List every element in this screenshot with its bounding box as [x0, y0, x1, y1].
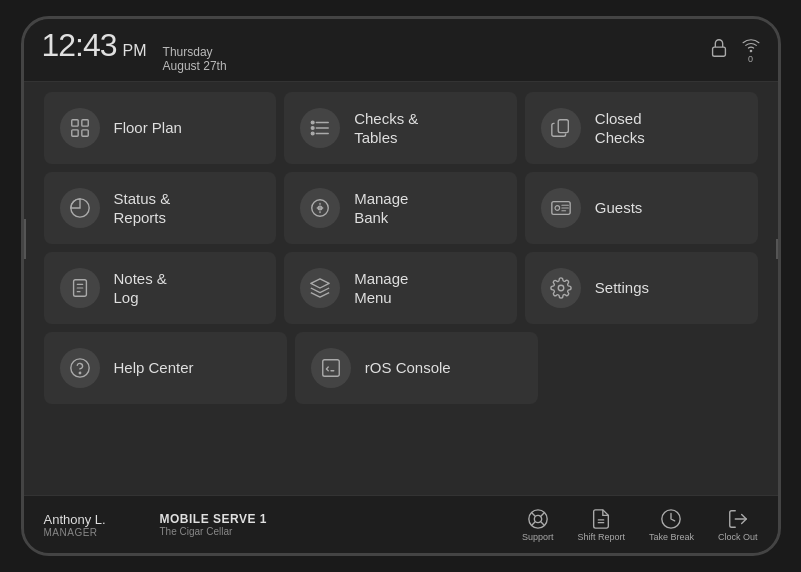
empty-tile-spacer — [546, 332, 757, 404]
action-take-break[interactable]: Take Break — [649, 508, 694, 542]
help-center-icon — [60, 348, 100, 388]
svg-point-11 — [311, 132, 314, 135]
clock-ampm: PM — [123, 42, 147, 60]
wifi-number: 0 — [748, 54, 753, 64]
side-button-right — [776, 239, 781, 259]
settings-label: Settings — [595, 278, 649, 298]
take-break-label: Take Break — [649, 532, 694, 542]
action-clock-out[interactable]: Clock Out — [718, 508, 758, 542]
svg-point-24 — [558, 285, 564, 291]
footer: Anthony L. MANAGER MOBILE SERVE 1 The Ci… — [24, 495, 778, 553]
ros-console-label: rOS Console — [365, 358, 451, 378]
manage-bank-label: ManageBank — [354, 189, 408, 228]
notes-log-label: Notes &Log — [114, 269, 167, 308]
tile-ros-console[interactable]: rOS Console — [295, 332, 538, 404]
guests-icon — [541, 188, 581, 228]
status-reports-icon — [60, 188, 100, 228]
ros-console-icon — [311, 348, 351, 388]
tile-row-3: Notes &Log ManageMenu — [44, 252, 758, 324]
svg-point-26 — [79, 372, 80, 373]
checks-tables-label: Checks &Tables — [354, 109, 418, 148]
user-role: MANAGER — [44, 527, 144, 538]
station-name: MOBILE SERVE 1 — [160, 512, 280, 526]
user-name: Anthony L. — [44, 512, 144, 527]
notes-log-icon — [60, 268, 100, 308]
action-support[interactable]: Support — [522, 508, 554, 542]
tile-settings[interactable]: Settings — [525, 252, 758, 324]
action-shift-report[interactable]: Shift Report — [577, 508, 625, 542]
wifi-block: 0 — [742, 36, 760, 64]
station-location: The Cigar Cellar — [160, 526, 280, 537]
side-button-left — [21, 219, 26, 259]
manage-menu-label: ManageMenu — [354, 269, 408, 308]
tile-guests[interactable]: Guests — [525, 172, 758, 244]
device-frame: 12:43 PM Thursday August 27th — [21, 16, 781, 556]
svg-rect-2 — [71, 120, 77, 126]
clock-time: 12:43 — [42, 27, 117, 64]
svg-line-32 — [540, 521, 544, 525]
svg-rect-3 — [81, 120, 87, 126]
svg-rect-12 — [558, 120, 568, 133]
manage-menu-icon — [300, 268, 340, 308]
help-center-label: Help Center — [114, 358, 194, 378]
tile-row-1: Floor Plan Checks &Tables — [44, 92, 758, 164]
svg-line-31 — [531, 512, 535, 516]
tile-status-reports[interactable]: Status &Reports — [44, 172, 277, 244]
footer-actions: Support Shift Report Take Break — [522, 508, 758, 542]
svg-point-10 — [311, 127, 314, 130]
main-content: Floor Plan Checks &Tables — [24, 82, 778, 495]
tile-checks-tables[interactable]: Checks &Tables — [284, 92, 517, 164]
svg-line-33 — [540, 512, 544, 516]
svg-point-16 — [555, 206, 560, 211]
status-reports-label: Status &Reports — [114, 189, 171, 228]
svg-rect-4 — [71, 130, 77, 136]
clock-out-label: Clock Out — [718, 532, 758, 542]
svg-rect-5 — [81, 130, 87, 136]
lock-icon[interactable] — [708, 37, 730, 64]
floor-plan-icon — [60, 108, 100, 148]
shift-report-label: Shift Report — [577, 532, 625, 542]
closed-checks-icon — [541, 108, 581, 148]
svg-point-30 — [534, 515, 541, 522]
closed-checks-label: ClosedChecks — [595, 109, 645, 148]
footer-user: Anthony L. MANAGER — [44, 512, 144, 538]
date-full: August 27th — [163, 59, 227, 73]
svg-line-34 — [531, 521, 535, 525]
tile-manage-menu[interactable]: ManageMenu — [284, 252, 517, 324]
guests-label: Guests — [595, 198, 643, 218]
tile-closed-checks[interactable]: ClosedChecks — [525, 92, 758, 164]
svg-point-1 — [750, 50, 752, 52]
support-label: Support — [522, 532, 554, 542]
manage-bank-icon — [300, 188, 340, 228]
date-day: Thursday — [163, 45, 227, 59]
floor-plan-label: Floor Plan — [114, 118, 182, 138]
tile-help-center[interactable]: Help Center — [44, 332, 287, 404]
tile-row-2: Status &Reports ManageBank — [44, 172, 758, 244]
tile-floor-plan[interactable]: Floor Plan — [44, 92, 277, 164]
tile-row-4: Help Center rOS Console — [44, 332, 758, 404]
tile-notes-log[interactable]: Notes &Log — [44, 252, 277, 324]
svg-point-9 — [311, 121, 314, 124]
checks-tables-icon — [300, 108, 340, 148]
header: 12:43 PM Thursday August 27th — [24, 19, 778, 82]
settings-icon — [541, 268, 581, 308]
footer-station: MOBILE SERVE 1 The Cigar Cellar — [160, 512, 280, 537]
svg-rect-27 — [323, 360, 340, 377]
tile-manage-bank[interactable]: ManageBank — [284, 172, 517, 244]
svg-rect-0 — [712, 47, 725, 56]
